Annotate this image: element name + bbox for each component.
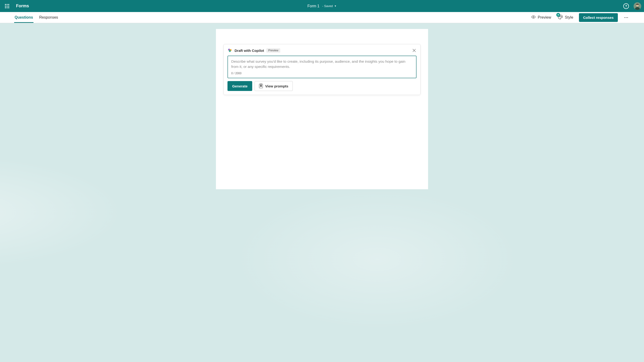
collect-responses-button[interactable]: Collect responses bbox=[579, 13, 618, 22]
copilot-input-container: 0 / 2000 bbox=[228, 56, 416, 78]
tabs: Questions Responses bbox=[14, 12, 58, 23]
copilot-icon bbox=[228, 48, 232, 53]
form-canvas: Draft with Copilot Preview 0 / 2000 Gene… bbox=[216, 29, 428, 189]
copilot-title: Draft with Copilot bbox=[234, 48, 264, 52]
eye-icon bbox=[531, 14, 536, 20]
svg-point-5 bbox=[560, 16, 560, 16]
header-center: Form 1 - Saved ▼ bbox=[308, 4, 336, 8]
char-count: 0 / 2000 bbox=[231, 72, 413, 75]
tab-questions[interactable]: Questions bbox=[14, 12, 34, 23]
avatar[interactable] bbox=[634, 2, 641, 10]
help-icon[interactable]: ? bbox=[623, 3, 629, 9]
app-launcher-icon[interactable] bbox=[3, 2, 11, 10]
view-prompts-button[interactable]: View prompts bbox=[254, 81, 293, 91]
preview-button[interactable]: Preview bbox=[530, 13, 552, 22]
svg-point-9 bbox=[229, 50, 231, 52]
generate-button[interactable]: Generate bbox=[228, 81, 252, 91]
more-options-button[interactable] bbox=[622, 15, 630, 20]
copilot-card: Draft with Copilot Preview 0 / 2000 Gene… bbox=[224, 44, 420, 95]
style-button[interactable]: Style bbox=[557, 13, 574, 22]
subheader: Questions Responses Preview bbox=[0, 12, 644, 23]
main-area: Draft with Copilot Preview 0 / 2000 Gene… bbox=[0, 23, 644, 189]
form-title[interactable]: Form 1 bbox=[308, 4, 320, 8]
svg-point-6 bbox=[561, 16, 562, 17]
close-icon[interactable] bbox=[412, 48, 416, 53]
app-header: Forms Form 1 - Saved ▼ ? bbox=[0, 0, 644, 12]
svg-point-4 bbox=[559, 16, 560, 17]
tab-responses[interactable]: Responses bbox=[39, 12, 58, 23]
save-status[interactable]: - Saved ▼ bbox=[322, 4, 336, 8]
app-name[interactable]: Forms bbox=[16, 4, 29, 8]
preview-badge: Preview bbox=[266, 48, 280, 52]
clipboard-icon bbox=[259, 84, 263, 88]
chevron-down-icon: ▼ bbox=[334, 5, 336, 7]
palette-icon bbox=[558, 14, 563, 20]
svg-point-3 bbox=[533, 16, 534, 18]
copilot-prompt-input[interactable] bbox=[231, 59, 413, 69]
